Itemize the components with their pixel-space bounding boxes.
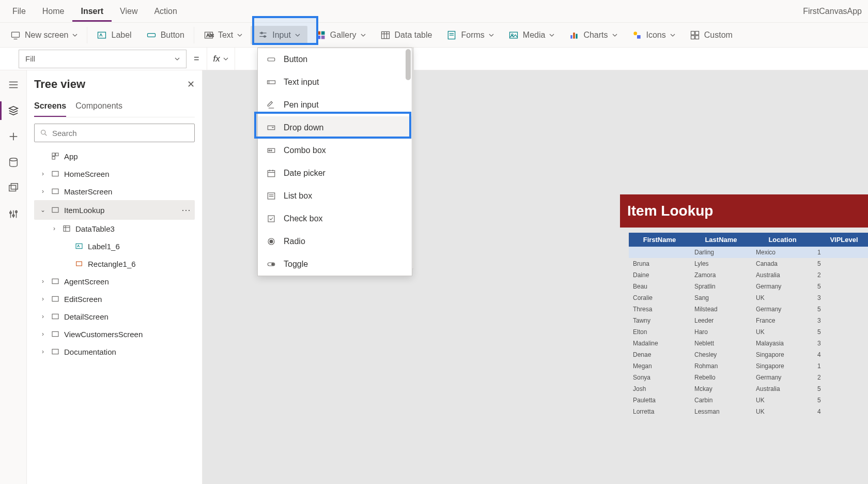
text-button[interactable]: Abc Text	[197, 27, 249, 43]
shapes-icon	[632, 30, 642, 40]
forms-button[interactable]: Forms	[440, 27, 500, 43]
custom-button[interactable]: Custom	[684, 27, 739, 43]
chevron-right-icon[interactable]: ›	[39, 188, 47, 195]
input-menu-toggle[interactable]: Toggle	[258, 253, 412, 276]
tree-app[interactable]: App	[34, 147, 195, 165]
input-menu-button[interactable]: Button	[258, 48, 412, 71]
search-input[interactable]	[52, 129, 189, 138]
button-button[interactable]: Button	[140, 27, 191, 43]
tree-screen-masterscreen[interactable]: ›MasterScreen	[34, 183, 195, 200]
table-row[interactable]: PaulettaCarbinUK5	[629, 395, 868, 406]
tree-view-icon[interactable]	[6, 103, 21, 118]
menu-file[interactable]: File	[4, 3, 34, 20]
table-row[interactable]: MadalineNeblettMalayasia3	[629, 338, 868, 349]
input-menu-text-input[interactable]: Text input	[258, 71, 412, 94]
chevron-right-icon[interactable]: ›	[39, 295, 47, 303]
tree-child-datatable3[interactable]: ›DataTable3	[34, 220, 195, 237]
menu-action[interactable]: Action	[146, 3, 185, 20]
button-icon	[266, 54, 276, 65]
table-row[interactable]: DenaeChesleySingapore4	[629, 349, 868, 360]
input-menu-drop-down[interactable]: Drop down	[258, 116, 412, 139]
data-rail-icon[interactable]	[6, 155, 21, 170]
svg-point-69	[269, 150, 270, 151]
svg-text:Abc: Abc	[207, 33, 214, 38]
table-row[interactable]: JoshMckayAustralia5	[629, 383, 868, 395]
input-menu-combo-box[interactable]: Combo box	[258, 139, 412, 162]
input-button[interactable]: Input	[251, 26, 307, 44]
property-selector[interactable]: Fill	[19, 50, 187, 68]
table-cell: Megan	[629, 360, 690, 372]
tree-screen-viewcustomersscreen[interactable]: ›ViewCustomersScreen	[34, 325, 195, 343]
media-button[interactable]: Media	[502, 27, 561, 43]
table-cell: Pauletta	[629, 395, 690, 406]
input-menu-radio[interactable]: Radio	[258, 230, 412, 253]
advanced-tools-icon[interactable]	[6, 207, 21, 221]
chevron-down-icon[interactable]: ⌄	[39, 206, 47, 214]
menu-item-label: Check box	[284, 214, 323, 223]
chevron-right-icon[interactable]: ›	[39, 330, 47, 338]
close-icon[interactable]: ✕	[187, 79, 195, 90]
input-menu-pen-input[interactable]: Pen input	[258, 94, 412, 116]
tree-screen-homescreen[interactable]: ›HomeScreen	[34, 165, 195, 183]
menu-item-label: Combo box	[284, 146, 326, 155]
table-row[interactable]: BeauSpratlinGermany5	[629, 281, 868, 292]
input-menu-list-box[interactable]: List box	[258, 185, 412, 207]
table-cell: 2	[813, 269, 868, 281]
label-button[interactable]: Label	[90, 27, 137, 43]
tree-screen-editscreen[interactable]: ›EditScreen	[34, 290, 195, 308]
table-cell: Josh	[629, 383, 690, 395]
search-box[interactable]	[34, 124, 195, 142]
table-cell: UK	[752, 406, 813, 417]
chevron-right-icon[interactable]: ›	[39, 170, 47, 177]
tree-screen-itemlookup[interactable]: ⌄ItemLookup⋯	[34, 200, 195, 220]
svg-rect-59	[52, 279, 58, 283]
table-row[interactable]: CoralieSangUK3	[629, 292, 868, 304]
table-row[interactable]: SonyaRebelloGermany2	[629, 372, 868, 383]
menu-item-label: Toggle	[284, 260, 308, 269]
table-row[interactable]: BrunaLylesCanada5	[629, 258, 868, 269]
hamburger-icon[interactable]	[6, 78, 21, 92]
svg-rect-10	[317, 31, 320, 35]
input-menu-scrollbar-thumb[interactable]	[406, 49, 411, 80]
table-cell: Mckay	[690, 383, 752, 395]
chevron-down-icon	[670, 33, 675, 38]
tree-screen-documentation[interactable]: ›Documentation	[34, 343, 195, 360]
menu-view[interactable]: View	[112, 3, 146, 20]
menu-home[interactable]: Home	[34, 3, 73, 20]
svg-point-37	[9, 158, 17, 161]
svg-rect-54	[64, 226, 70, 232]
menu-insert[interactable]: Insert	[72, 1, 112, 22]
chevron-right-icon[interactable]: ›	[39, 278, 47, 285]
icons-button[interactable]: Icons	[626, 27, 681, 43]
tree-child-label1_6[interactable]: Label1_6	[34, 237, 195, 255]
tab-screens[interactable]: Screens	[34, 98, 66, 117]
charts-button[interactable]: Charts	[563, 27, 623, 43]
table-row[interactable]: TawnyLeederFrance3	[629, 315, 868, 326]
gallery-button[interactable]: Gallery	[309, 27, 372, 43]
table-row[interactable]: EltonHaroUK5	[629, 326, 868, 338]
new-screen-button[interactable]: New screen	[4, 27, 84, 43]
chevron-right-icon[interactable]: ›	[39, 313, 47, 320]
button-icon	[146, 30, 157, 40]
custom-icon	[690, 30, 700, 40]
menu-item-label: Radio	[284, 237, 305, 246]
more-icon[interactable]: ⋯	[181, 204, 192, 216]
data-table-button[interactable]: Data table	[374, 27, 439, 43]
tree-child-rectangle1_6[interactable]: Rectangle1_6	[34, 255, 195, 273]
svg-rect-50	[52, 157, 55, 159]
chevron-right-icon[interactable]: ›	[51, 225, 58, 232]
table-row[interactable]: MeganRohmanSingapore1	[629, 360, 868, 372]
chevron-right-icon[interactable]: ›	[39, 348, 47, 355]
insert-rail-icon[interactable]	[6, 129, 21, 144]
table-row[interactable]: ThresaMilsteadGermany5	[629, 304, 868, 315]
tab-components[interactable]: Components	[75, 98, 122, 117]
fx-button[interactable]: fx	[207, 48, 235, 70]
tree-screen-detailscreen[interactable]: ›DetailScreen	[34, 308, 195, 325]
input-menu-check-box[interactable]: Check box	[258, 207, 412, 230]
table-row[interactable]: LorrettaLessmanUK4	[629, 406, 868, 417]
tree-screen-agentscreen[interactable]: ›AgentScreen	[34, 273, 195, 290]
table-row[interactable]: DaineZamoraAustralia2	[629, 269, 868, 281]
media-rail-icon[interactable]	[6, 181, 21, 195]
input-menu-date-picker[interactable]: Date picker	[258, 162, 412, 185]
table-row[interactable]: DarlingMexico1	[629, 247, 868, 258]
